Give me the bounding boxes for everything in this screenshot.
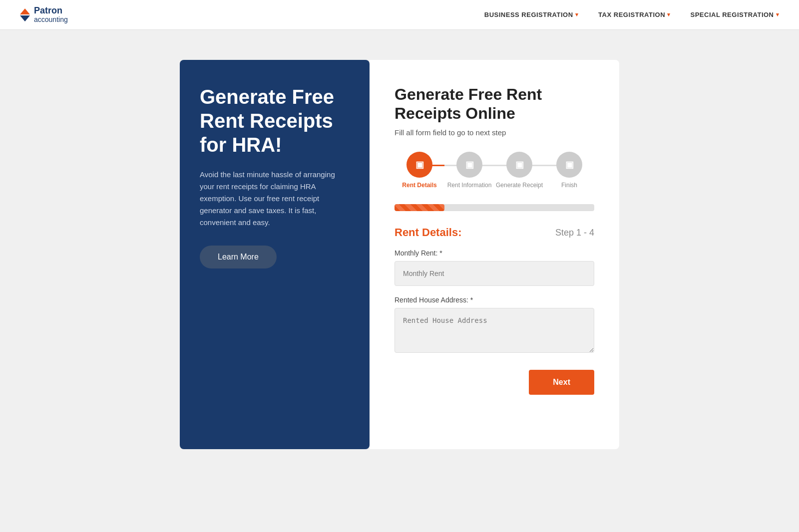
step-indicator: Step 1 - 4 <box>555 228 594 238</box>
step-finish: ▣ Finish <box>544 152 594 190</box>
logo-arrow-up-icon <box>20 8 30 14</box>
rent-details-form: Monthly Rent: * Rented House Address: * … <box>395 249 594 355</box>
rented-house-address-label: Rented House Address: * <box>395 296 594 304</box>
logo-accounting: accounting <box>34 16 68 23</box>
logo-text: Patron accounting <box>34 6 68 23</box>
rented-house-address-group: Rented House Address: * <box>395 296 594 355</box>
step-rent-details: ▣ Rent Details <box>395 152 444 190</box>
progress-bar-fill <box>395 204 444 211</box>
step-circle-4: ▣ <box>556 152 582 178</box>
nav: BUSINESS REGISTRATION ▾ TAX REGISTRATION… <box>484 11 779 18</box>
logo: Patron accounting <box>20 6 68 23</box>
step-circle-3: ▣ <box>506 152 532 178</box>
section-title: Rent Details: <box>395 226 461 239</box>
logo-patron: Patron <box>34 6 68 16</box>
nav-tax-registration[interactable]: TAX REGISTRATION ▾ <box>598 11 670 18</box>
monthly-rent-label: Monthly Rent: * <box>395 249 594 257</box>
step-label-3: Generate Receipt <box>496 182 543 190</box>
monthly-rent-input[interactable] <box>395 261 594 286</box>
monthly-rent-group: Monthly Rent: * <box>395 249 594 286</box>
nav-business-registration[interactable]: BUSINESS REGISTRATION ▾ <box>484 11 578 18</box>
rented-house-address-textarea[interactable] <box>395 308 594 353</box>
step-label-2: Rent Information <box>447 182 492 190</box>
right-panel: Generate Free Rent Receipts Online Fill … <box>370 60 619 449</box>
left-panel: Generate Free Rent Receipts for HRA! Avo… <box>180 60 370 449</box>
step-circle-1: ▣ <box>406 152 432 178</box>
step-generate-receipt: ▣ Generate Receipt <box>494 152 544 190</box>
right-panel-heading: Generate Free Rent Receipts Online <box>395 85 594 123</box>
progress-bar <box>395 204 594 211</box>
header: Patron accounting BUSINESS REGISTRATION … <box>0 0 799 30</box>
step-rent-information: ▣ Rent Information <box>444 152 494 190</box>
next-button[interactable]: Next <box>529 370 594 395</box>
chevron-down-icon: ▾ <box>776 11 780 18</box>
nav-special-registration[interactable]: SPECIAL REGISTRATION ▾ <box>691 11 779 18</box>
logo-arrow-down-icon <box>20 15 30 21</box>
step-label-1: Rent Details <box>402 182 436 190</box>
section-header: Rent Details: Step 1 - 4 <box>395 226 594 239</box>
main-content: Generate Free Rent Receipts for HRA! Avo… <box>0 30 799 479</box>
left-panel-heading: Generate Free Rent Receipts for HRA! <box>200 85 350 157</box>
right-panel-subtitle: Fill all form field to go to next step <box>395 128 594 137</box>
step-label-4: Finish <box>561 182 577 190</box>
learn-more-button[interactable]: Learn More <box>200 246 277 268</box>
chevron-down-icon: ▾ <box>575 11 579 18</box>
chevron-down-icon: ▾ <box>667 11 671 18</box>
logo-icon <box>20 8 30 21</box>
step-circle-2: ▣ <box>456 152 482 178</box>
left-panel-body: Avoid the last minute hassle of arrangin… <box>200 169 350 229</box>
stepper: ▣ Rent Details ▣ Rent Information ▣ Gene… <box>395 152 594 190</box>
